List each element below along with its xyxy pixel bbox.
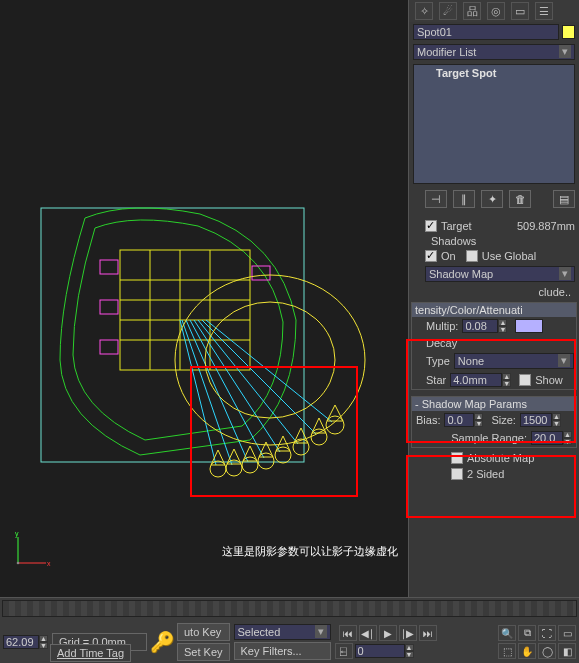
- command-panel: ✧ ☄ 品 ◎ ▭ ☰ Modifier List Target Spot ⊣ …: [409, 0, 579, 597]
- pin-stack-icon[interactable]: ⊣: [425, 190, 447, 208]
- modifier-stack-item[interactable]: Target Spot: [414, 65, 574, 81]
- bias-spinner[interactable]: ▲▼: [444, 413, 483, 427]
- exclude-button[interactable]: clude..: [539, 286, 571, 298]
- size-label: Size:: [491, 414, 515, 426]
- time-slider[interactable]: [2, 600, 577, 617]
- svg-point-27: [311, 429, 327, 445]
- pan-icon[interactable]: ✋: [518, 643, 536, 659]
- decay-start-label: Star: [426, 374, 446, 386]
- spin-down-icon[interactable]: ▼: [552, 420, 561, 427]
- multiplier-spinner[interactable]: ▲▼: [462, 319, 507, 333]
- auto-key-button[interactable]: uto Key: [177, 623, 230, 641]
- svg-point-38: [205, 302, 335, 418]
- spin-down-icon[interactable]: ▼: [498, 326, 507, 333]
- zoom-icon[interactable]: 🔍: [498, 625, 516, 641]
- spin-up-icon[interactable]: ▲: [563, 431, 572, 438]
- shadows-on-label: On: [441, 250, 456, 262]
- show-decay-label: Show: [535, 374, 563, 386]
- spin-up-icon[interactable]: ▲: [552, 413, 561, 420]
- key-mode-dropdown[interactable]: Selected: [234, 624, 331, 640]
- shadow-type-dropdown[interactable]: Shadow Map: [425, 266, 575, 282]
- next-frame-icon[interactable]: ∣▶: [399, 625, 417, 641]
- max-toggle-icon[interactable]: ◧: [558, 643, 576, 659]
- target-checkbox[interactable]: [425, 220, 437, 232]
- spin-up-icon[interactable]: ▲: [502, 373, 511, 380]
- two-sided-checkbox[interactable]: [451, 468, 463, 480]
- decay-label: Decay: [426, 337, 457, 349]
- svg-line-20: [206, 320, 332, 422]
- show-end-result-icon[interactable]: ∥: [453, 190, 475, 208]
- goto-end-icon[interactable]: ⏭: [419, 625, 437, 641]
- svg-point-23: [242, 457, 258, 473]
- svg-point-21: [210, 461, 226, 477]
- modifier-list-dropdown[interactable]: Modifier List: [413, 44, 575, 60]
- hierarchy-tab-icon[interactable]: 品: [463, 2, 481, 20]
- use-global-label: Use Global: [482, 250, 536, 262]
- configure-sets-icon[interactable]: ▤: [553, 190, 575, 208]
- viewport[interactable]: 这里是阴影参数可以让影子边缘虚化 y x: [0, 0, 409, 597]
- modify-tab-icon[interactable]: ☄: [439, 2, 457, 20]
- svg-line-14: [182, 320, 232, 465]
- spin-down-icon[interactable]: ▼: [474, 420, 483, 427]
- light-color-swatch[interactable]: [515, 319, 543, 333]
- svg-line-16: [190, 320, 264, 458]
- spin-down-icon[interactable]: ▼: [563, 438, 572, 445]
- create-tab-icon[interactable]: ✧: [415, 2, 433, 20]
- spin-up-icon[interactable]: ▲: [39, 635, 48, 642]
- goto-start-icon[interactable]: ⏮: [339, 625, 357, 641]
- spin-up-icon[interactable]: ▲: [498, 319, 507, 326]
- object-name-field[interactable]: [413, 24, 559, 40]
- intensity-rollup: tensity/Color/Attenuati Multip: ▲▼ Decay…: [411, 302, 577, 390]
- size-spinner[interactable]: ▲▼: [520, 413, 561, 427]
- orbit-icon[interactable]: ◯: [538, 643, 556, 659]
- decay-start-spinner[interactable]: ▲▼: [450, 373, 511, 387]
- shadows-on-checkbox[interactable]: [425, 250, 437, 262]
- spin-down-icon[interactable]: ▼: [39, 642, 48, 649]
- decay-type-label: Type: [426, 355, 450, 367]
- scene-drawing: [0, 0, 409, 597]
- play-icon[interactable]: ▶: [379, 625, 397, 641]
- object-color-swatch[interactable]: [562, 25, 575, 39]
- coord-spinner[interactable]: ▲▼: [3, 635, 48, 649]
- fov-icon[interactable]: ▭: [558, 625, 576, 641]
- intensity-title: tensity/Color/Attenuati: [412, 303, 576, 317]
- target-value: 509.887mm: [517, 220, 575, 232]
- zoom-extents-icon[interactable]: ⛶: [538, 625, 556, 641]
- svg-rect-9: [100, 260, 118, 274]
- svg-rect-10: [100, 300, 118, 314]
- modifier-stack[interactable]: Target Spot: [413, 64, 575, 184]
- svg-line-13: [180, 320, 216, 465]
- decay-type-dropdown[interactable]: None: [454, 353, 574, 369]
- remove-modifier-icon[interactable]: 🗑: [509, 190, 531, 208]
- add-time-tag-button[interactable]: Add Time Tag: [50, 644, 131, 662]
- zoom-region-icon[interactable]: ⬚: [498, 643, 516, 659]
- set-key-button[interactable]: Set Key: [177, 643, 230, 661]
- multiplier-label: Multip:: [426, 320, 458, 332]
- show-decay-checkbox[interactable]: [519, 374, 531, 386]
- make-unique-icon[interactable]: ✦: [481, 190, 503, 208]
- zoom-all-icon[interactable]: ⧉: [518, 625, 536, 641]
- sample-range-spinner[interactable]: ▲▼: [531, 431, 572, 445]
- key-icon[interactable]: 🔑: [151, 625, 173, 659]
- spin-up-icon[interactable]: ▲: [474, 413, 483, 420]
- bias-label: Bias:: [416, 414, 440, 426]
- motion-tab-icon[interactable]: ◎: [487, 2, 505, 20]
- shadow-map-title: - Shadow Map Params: [412, 397, 576, 411]
- svg-rect-0: [41, 208, 304, 462]
- key-mode-icon[interactable]: ⍇: [335, 643, 353, 659]
- svg-point-25: [275, 447, 291, 463]
- prev-frame-icon[interactable]: ◀∣: [359, 625, 377, 641]
- key-filters-button[interactable]: Key Filters...: [234, 642, 331, 660]
- spin-up-icon[interactable]: ▲: [405, 644, 414, 651]
- axis-gizmo: y x: [12, 529, 52, 569]
- use-global-checkbox[interactable]: [466, 250, 478, 262]
- absolute-map-checkbox[interactable]: [451, 452, 463, 464]
- playback-controls: ⏮ ◀∣ ▶ ∣▶ ⏭: [339, 625, 437, 641]
- svg-text:x: x: [47, 560, 51, 567]
- frame-spinner[interactable]: ▲▼: [355, 644, 414, 658]
- spin-down-icon[interactable]: ▼: [405, 651, 414, 658]
- shadows-title: Shadows: [411, 234, 577, 248]
- utilities-tab-icon[interactable]: ☰: [535, 2, 553, 20]
- display-tab-icon[interactable]: ▭: [511, 2, 529, 20]
- spin-down-icon[interactable]: ▼: [502, 380, 511, 387]
